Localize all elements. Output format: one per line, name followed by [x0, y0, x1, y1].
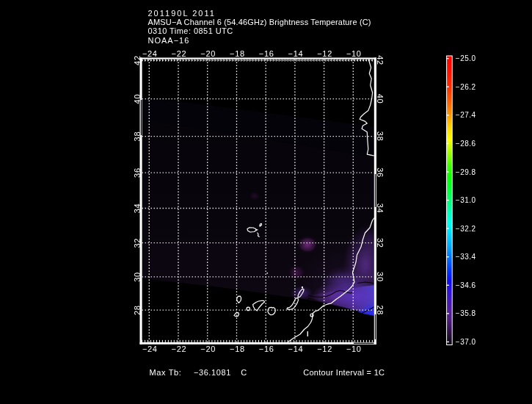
- svg-text:−28.6: −28.6: [456, 140, 476, 148]
- svg-text:38: 38: [133, 131, 142, 142]
- svg-text:−12: −12: [317, 345, 332, 353]
- svg-text:42: 42: [133, 55, 142, 65]
- svg-text:−20: −20: [200, 49, 216, 58]
- svg-text:−37.0: −37.0: [456, 338, 476, 346]
- svg-text:30: 30: [376, 272, 385, 282]
- svg-text:30: 30: [133, 272, 142, 282]
- svg-text:42: 42: [376, 55, 385, 65]
- svg-text:−33.4: −33.4: [456, 253, 476, 261]
- svg-text:40: 40: [376, 94, 385, 104]
- svg-text:−10: −10: [346, 345, 362, 353]
- svg-text:Contour Interval = 1C: Contour Interval = 1C: [303, 368, 385, 377]
- svg-text:34: 34: [376, 203, 385, 214]
- svg-text:−20: −20: [200, 345, 216, 353]
- svg-text:−32.2: −32.2: [456, 225, 476, 233]
- svg-text:−16: −16: [259, 345, 274, 353]
- svg-text:−22: −22: [172, 49, 187, 58]
- svg-text:−18: −18: [230, 49, 245, 58]
- svg-text:38: 38: [376, 131, 385, 142]
- svg-text:−27.4: −27.4: [456, 111, 476, 119]
- svg-text:−29.8: −29.8: [456, 168, 476, 176]
- svg-text:−25.0: −25.0: [456, 54, 476, 62]
- svg-text:AMSU−A Channel 6 (54.46GHz) Br: AMSU−A Channel 6 (54.46GHz) Brightness T…: [148, 18, 371, 26]
- svg-text:C: C: [241, 368, 247, 377]
- svg-text:−24: −24: [142, 345, 158, 353]
- svg-text:−12: −12: [317, 49, 332, 58]
- svg-text:32: 32: [133, 238, 142, 248]
- svg-text:−14: −14: [288, 49, 304, 58]
- svg-text:−10: −10: [346, 49, 362, 58]
- svg-text:−22: −22: [172, 345, 187, 353]
- svg-text:−31.0: −31.0: [456, 196, 476, 204]
- svg-text:34: 34: [133, 203, 142, 214]
- svg-text:36: 36: [133, 167, 142, 178]
- svg-text:−14: −14: [288, 345, 304, 353]
- svg-text:NOAA−16: NOAA−16: [148, 36, 190, 45]
- svg-text:−36.1081: −36.1081: [194, 368, 231, 377]
- svg-text:0310 Time: 0851 UTC: 0310 Time: 0851 UTC: [148, 26, 233, 35]
- svg-text:−35.8: −35.8: [456, 309, 476, 317]
- svg-text:Max Tb:: Max Tb:: [150, 368, 182, 377]
- svg-text:−18: −18: [230, 345, 245, 353]
- svg-text:40: 40: [133, 94, 142, 104]
- svg-text:32: 32: [376, 238, 385, 248]
- svg-text:−24: −24: [142, 49, 158, 58]
- svg-text:201190L 2011: 201190L 2011: [148, 9, 216, 18]
- svg-text:−26.2: −26.2: [456, 83, 476, 91]
- svg-text:28: 28: [376, 305, 385, 315]
- svg-text:28: 28: [133, 305, 142, 315]
- svg-text:36: 36: [376, 167, 385, 178]
- svg-text:−16: −16: [259, 49, 274, 58]
- svg-text:−34.6: −34.6: [456, 281, 476, 289]
